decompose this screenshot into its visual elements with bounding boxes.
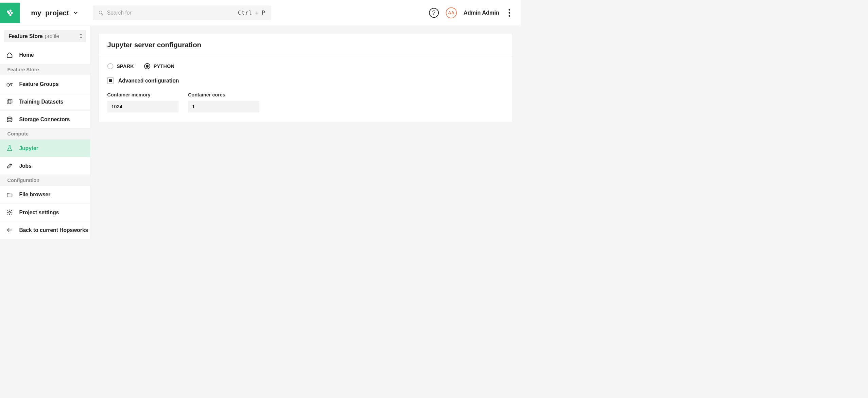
advanced-config-row: Advanced configuration	[107, 77, 504, 84]
question-icon: ?	[432, 10, 435, 16]
sidebar-item-label: Home	[19, 52, 34, 58]
svg-point-2	[8, 12, 10, 14]
container-cores-input[interactable]	[188, 101, 259, 112]
sidebar-item-storage-connectors[interactable]: Storage Connectors	[0, 110, 90, 128]
container-cores-field: Container cores	[188, 92, 259, 112]
sidebar-item-label: Project settings	[19, 209, 59, 216]
svg-line-6	[102, 14, 103, 15]
svg-point-12	[9, 212, 11, 213]
sidebar-item-label: Jobs	[19, 163, 31, 169]
search-icon	[99, 11, 103, 15]
sidebar-item-label: File browser	[19, 192, 50, 198]
storage-icon	[6, 116, 13, 123]
logo-icon	[6, 8, 14, 17]
sidebar-item-training-datasets[interactable]: Training Datasets	[0, 93, 90, 110]
sidebar-item-back[interactable]: Back to current Hopsworks	[0, 221, 90, 239]
training-datasets-icon	[6, 98, 13, 105]
sidebar-item-label: Back to current Hopsworks	[19, 227, 88, 233]
project-switcher[interactable]: my_project	[31, 9, 79, 17]
radio-label: PYTHON	[154, 64, 175, 69]
main-content: Jupyter server configuration SPARK PYTHO…	[90, 26, 521, 239]
sidebar-item-feature-groups[interactable]: Feature Groups	[0, 75, 90, 93]
sidebar-item-file-browser[interactable]: File browser	[0, 186, 90, 203]
topbar-right: ? AA Admin Admin	[429, 7, 521, 18]
sidebar-item-home[interactable]: Home	[0, 46, 90, 64]
svg-point-3	[11, 12, 13, 14]
runtime-radio-group: SPARK PYTHON	[107, 63, 504, 69]
svg-point-0	[7, 11, 9, 13]
app-logo[interactable]	[0, 3, 20, 23]
radio-icon	[107, 63, 114, 69]
project-name: my_project	[31, 9, 69, 17]
home-icon	[6, 52, 13, 58]
sidebar-section-feature-store: Feature Store	[0, 64, 90, 75]
search-bar[interactable]: Ctrl + P	[93, 5, 271, 20]
svg-point-7	[7, 84, 10, 86]
sidebar-item-label: Feature Groups	[19, 81, 58, 87]
chevron-down-icon	[73, 10, 79, 16]
arrow-left-icon	[6, 227, 13, 233]
page-title: Jupyter server configuration	[99, 33, 512, 56]
checkbox-label: Advanced configuration	[118, 77, 179, 84]
sidebar-item-label: Training Datasets	[19, 98, 63, 105]
sidebar-item-label: Storage Connectors	[19, 116, 70, 123]
svg-marker-8	[11, 84, 13, 86]
topbar: my_project Ctrl + P ? AA Admin Admin	[0, 0, 521, 26]
plus-icon: +	[255, 10, 259, 16]
advanced-config-checkbox[interactable]	[107, 77, 114, 84]
field-label: Container cores	[188, 92, 259, 98]
sidebar-item-jupyter[interactable]: Jupyter	[0, 139, 90, 157]
field-label: Container memory	[107, 92, 179, 98]
feature-store-selector[interactable]: Feature Store profile	[4, 30, 86, 42]
user-avatar[interactable]: AA	[446, 7, 456, 18]
feature-groups-icon	[6, 80, 13, 87]
radio-label: SPARK	[117, 64, 134, 69]
svg-point-1	[9, 10, 11, 12]
container-memory-field: Container memory	[107, 92, 179, 112]
container-memory-input[interactable]	[107, 101, 179, 112]
radio-spark[interactable]: SPARK	[107, 63, 134, 69]
more-menu-button[interactable]	[506, 7, 513, 18]
hammer-icon	[6, 162, 13, 169]
radio-python[interactable]: PYTHON	[144, 63, 174, 69]
radio-icon	[144, 63, 150, 69]
sidebar-item-label: Jupyter	[19, 145, 38, 151]
help-button[interactable]: ?	[429, 8, 439, 18]
sidebar-item-project-settings[interactable]: Project settings	[0, 203, 90, 221]
search-input[interactable]	[107, 10, 238, 16]
svg-point-11	[7, 117, 12, 119]
flask-icon	[6, 145, 13, 151]
gear-icon	[6, 209, 13, 216]
config-panel: Jupyter server configuration SPARK PYTHO…	[99, 33, 513, 122]
sidebar-section-configuration: Configuration	[0, 175, 90, 186]
user-name-label: Admin Admin	[464, 10, 499, 16]
folder-icon	[6, 191, 13, 198]
svg-point-4	[9, 14, 11, 16]
sidebar: Feature Store profile Home Feature Store…	[0, 26, 90, 239]
sidebar-section-compute: Compute	[0, 128, 90, 139]
sort-icon	[80, 33, 82, 39]
search-shortcut: Ctrl + P	[238, 10, 265, 16]
sidebar-item-jobs[interactable]: Jobs	[0, 157, 90, 175]
